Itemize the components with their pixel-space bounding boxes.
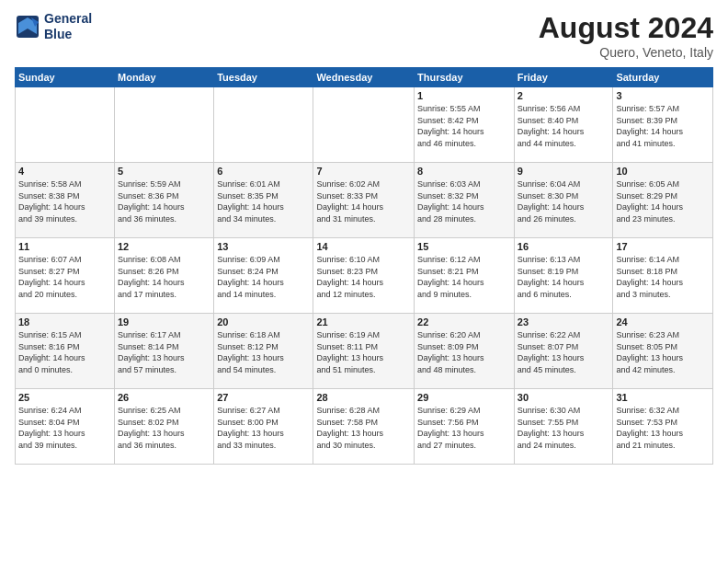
day-number: 5 [118, 166, 210, 177]
day-info: Sunrise: 6:27 AM Sunset: 8:00 PM Dayligh… [217, 405, 310, 451]
table-row: 7Sunrise: 6:02 AM Sunset: 8:33 PM Daylig… [313, 163, 415, 238]
table-row: 14Sunrise: 6:10 AM Sunset: 8:23 PM Dayli… [313, 238, 415, 314]
day-number: 10 [616, 166, 710, 177]
day-info: Sunrise: 6:18 AM Sunset: 8:12 PM Dayligh… [217, 329, 310, 375]
day-info: Sunrise: 6:29 AM Sunset: 7:56 PM Dayligh… [417, 405, 511, 451]
day-info: Sunrise: 6:03 AM Sunset: 8:32 PM Dayligh… [417, 178, 511, 224]
day-number: 26 [118, 392, 210, 403]
day-number: 13 [217, 241, 310, 252]
calendar: Sunday Monday Tuesday Wednesday Thursday… [15, 67, 713, 465]
day-number: 31 [616, 392, 710, 403]
table-row [16, 87, 115, 163]
table-row: 19Sunrise: 6:17 AM Sunset: 8:14 PM Dayli… [115, 314, 214, 389]
day-number: 14 [316, 241, 411, 252]
table-row [313, 87, 415, 163]
day-info: Sunrise: 6:14 AM Sunset: 8:18 PM Dayligh… [616, 254, 710, 300]
table-row: 29Sunrise: 6:29 AM Sunset: 7:56 PM Dayli… [415, 389, 515, 465]
page: General Blue August 2024 Quero, Veneto, … [0, 0, 728, 563]
day-info: Sunrise: 6:17 AM Sunset: 8:14 PM Dayligh… [118, 329, 210, 375]
table-row: 25Sunrise: 6:24 AM Sunset: 8:04 PM Dayli… [16, 389, 115, 465]
table-row: 1Sunrise: 5:55 AM Sunset: 8:42 PM Daylig… [415, 87, 515, 163]
day-number: 17 [616, 241, 710, 252]
day-number: 1 [417, 90, 511, 101]
table-row: 16Sunrise: 6:13 AM Sunset: 8:19 PM Dayli… [514, 238, 613, 314]
day-number: 28 [316, 392, 411, 403]
day-number: 27 [217, 392, 310, 403]
table-row: 8Sunrise: 6:03 AM Sunset: 8:32 PM Daylig… [415, 163, 515, 238]
calendar-week-4: 25Sunrise: 6:24 AM Sunset: 8:04 PM Dayli… [16, 389, 713, 465]
table-row: 31Sunrise: 6:32 AM Sunset: 7:53 PM Dayli… [613, 389, 713, 465]
day-info: Sunrise: 6:19 AM Sunset: 8:11 PM Dayligh… [316, 329, 411, 375]
day-info: Sunrise: 6:01 AM Sunset: 8:35 PM Dayligh… [217, 178, 310, 224]
day-info: Sunrise: 6:02 AM Sunset: 8:33 PM Dayligh… [316, 178, 411, 224]
day-number: 12 [118, 241, 210, 252]
day-info: Sunrise: 5:56 AM Sunset: 8:40 PM Dayligh… [518, 103, 610, 149]
day-number: 19 [118, 316, 210, 327]
day-number: 11 [18, 241, 111, 252]
day-info: Sunrise: 5:59 AM Sunset: 8:36 PM Dayligh… [118, 178, 210, 224]
calendar-week-0: 1Sunrise: 5:55 AM Sunset: 8:42 PM Daylig… [16, 87, 713, 163]
table-row: 17Sunrise: 6:14 AM Sunset: 8:18 PM Dayli… [613, 238, 713, 314]
table-row: 23Sunrise: 6:22 AM Sunset: 8:07 PM Dayli… [514, 314, 613, 389]
title-section: August 2024 Quero, Veneto, Italy [539, 11, 713, 60]
day-info: Sunrise: 5:58 AM Sunset: 8:38 PM Dayligh… [18, 178, 111, 224]
day-info: Sunrise: 6:22 AM Sunset: 8:07 PM Dayligh… [518, 329, 610, 375]
day-info: Sunrise: 6:12 AM Sunset: 8:21 PM Dayligh… [417, 254, 511, 300]
table-row: 2Sunrise: 5:56 AM Sunset: 8:40 PM Daylig… [514, 87, 613, 163]
day-info: Sunrise: 6:30 AM Sunset: 7:55 PM Dayligh… [518, 405, 610, 451]
table-row: 27Sunrise: 6:27 AM Sunset: 8:00 PM Dayli… [214, 389, 313, 465]
table-row: 15Sunrise: 6:12 AM Sunset: 8:21 PM Dayli… [415, 238, 515, 314]
day-number: 16 [518, 241, 610, 252]
calendar-week-2: 11Sunrise: 6:07 AM Sunset: 8:27 PM Dayli… [16, 238, 713, 314]
header-wednesday: Wednesday [313, 68, 415, 87]
header-sunday: Sunday [16, 68, 115, 87]
header-saturday: Saturday [613, 68, 713, 87]
day-info: Sunrise: 6:20 AM Sunset: 8:09 PM Dayligh… [417, 329, 511, 375]
table-row: 11Sunrise: 6:07 AM Sunset: 8:27 PM Dayli… [16, 238, 115, 314]
day-info: Sunrise: 6:10 AM Sunset: 8:23 PM Dayligh… [316, 254, 411, 300]
table-row: 22Sunrise: 6:20 AM Sunset: 8:09 PM Dayli… [415, 314, 515, 389]
table-row: 6Sunrise: 6:01 AM Sunset: 8:35 PM Daylig… [214, 163, 313, 238]
day-info: Sunrise: 6:24 AM Sunset: 8:04 PM Dayligh… [18, 405, 111, 451]
day-number: 8 [417, 166, 511, 177]
calendar-week-1: 4Sunrise: 5:58 AM Sunset: 8:38 PM Daylig… [16, 163, 713, 238]
day-info: Sunrise: 6:13 AM Sunset: 8:19 PM Dayligh… [518, 254, 610, 300]
day-info: Sunrise: 6:32 AM Sunset: 7:53 PM Dayligh… [616, 405, 710, 451]
day-number: 29 [417, 392, 511, 403]
day-number: 7 [316, 166, 411, 177]
table-row: 24Sunrise: 6:23 AM Sunset: 8:05 PM Dayli… [613, 314, 713, 389]
header-thursday: Thursday [415, 68, 515, 87]
location-title: Quero, Veneto, Italy [539, 45, 713, 60]
table-row: 26Sunrise: 6:25 AM Sunset: 8:02 PM Dayli… [115, 389, 214, 465]
month-title: August 2024 [539, 11, 713, 45]
logo-text: General Blue [44, 11, 92, 42]
day-info: Sunrise: 6:08 AM Sunset: 8:26 PM Dayligh… [118, 254, 210, 300]
day-number: 2 [518, 90, 610, 101]
calendar-header-row: Sunday Monday Tuesday Wednesday Thursday… [16, 68, 713, 87]
day-info: Sunrise: 6:07 AM Sunset: 8:27 PM Dayligh… [18, 254, 111, 300]
logo: General Blue [15, 11, 92, 42]
header-friday: Friday [514, 68, 613, 87]
day-number: 15 [417, 241, 511, 252]
day-info: Sunrise: 6:05 AM Sunset: 8:29 PM Dayligh… [616, 178, 710, 224]
table-row: 12Sunrise: 6:08 AM Sunset: 8:26 PM Dayli… [115, 238, 214, 314]
table-row [214, 87, 313, 163]
day-info: Sunrise: 6:25 AM Sunset: 8:02 PM Dayligh… [118, 405, 210, 451]
table-row: 21Sunrise: 6:19 AM Sunset: 8:11 PM Dayli… [313, 314, 415, 389]
day-number: 30 [518, 392, 610, 403]
header: General Blue August 2024 Quero, Veneto, … [15, 11, 713, 60]
table-row: 4Sunrise: 5:58 AM Sunset: 8:38 PM Daylig… [16, 163, 115, 238]
table-row: 5Sunrise: 5:59 AM Sunset: 8:36 PM Daylig… [115, 163, 214, 238]
day-info: Sunrise: 5:57 AM Sunset: 8:39 PM Dayligh… [616, 103, 710, 149]
table-row: 20Sunrise: 6:18 AM Sunset: 8:12 PM Dayli… [214, 314, 313, 389]
day-number: 25 [18, 392, 111, 403]
day-number: 24 [616, 316, 710, 327]
table-row: 3Sunrise: 5:57 AM Sunset: 8:39 PM Daylig… [613, 87, 713, 163]
header-monday: Monday [115, 68, 214, 87]
day-number: 23 [518, 316, 610, 327]
table-row: 10Sunrise: 6:05 AM Sunset: 8:29 PM Dayli… [613, 163, 713, 238]
day-number: 20 [217, 316, 310, 327]
day-info: Sunrise: 5:55 AM Sunset: 8:42 PM Dayligh… [417, 103, 511, 149]
header-tuesday: Tuesday [214, 68, 313, 87]
day-number: 4 [18, 166, 111, 177]
